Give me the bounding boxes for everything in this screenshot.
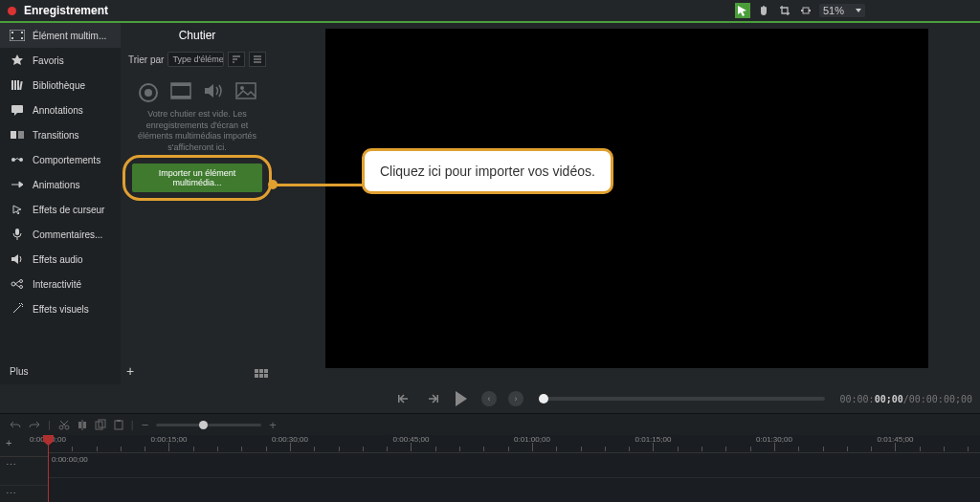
media-icon: [10, 30, 25, 41]
timeline-track[interactable]: [48, 478, 980, 502]
canvas[interactable]: [325, 29, 928, 368]
import-button-label: Importer un élément multimédia...: [159, 168, 236, 187]
svg-rect-33: [264, 374, 268, 378]
crop-tool-icon[interactable]: [777, 3, 792, 18]
zoom-value: 51%: [823, 5, 844, 16]
wand-icon: [10, 303, 25, 315]
sidebar-item-voice[interactable]: Commentaires...: [0, 222, 121, 247]
sidebar-item-transitions[interactable]: Transitions: [0, 122, 121, 147]
scrub-handle[interactable]: [539, 394, 548, 404]
sidebar-item-library[interactable]: Bibliothèque: [0, 73, 121, 98]
sidebar-item-label: Effets audio: [33, 254, 83, 265]
svg-rect-29: [259, 369, 263, 373]
track-menu-icon[interactable]: ⋯: [0, 457, 48, 486]
zoom-in-icon[interactable]: +: [269, 418, 277, 432]
copy-icon[interactable]: [95, 419, 106, 430]
sidebar-item-audio-effects[interactable]: Effets audio: [0, 247, 121, 272]
svg-rect-10: [17, 80, 19, 90]
sidebar-item-label: Interactivité: [33, 279, 81, 290]
hand-tool-icon[interactable]: [756, 3, 771, 18]
timeline-zoom-slider[interactable]: [156, 424, 261, 426]
timeline-track[interactable]: 0:00:00;00: [48, 453, 980, 478]
sidebar: Élément multim... Favoris Bibliothèque A…: [0, 23, 121, 384]
select-tool-icon[interactable]: [735, 3, 750, 18]
svg-point-18: [11, 282, 15, 286]
animations-icon: [10, 179, 25, 190]
undo-icon[interactable]: [10, 420, 21, 429]
chevron-down-icon: [856, 9, 861, 12]
step-forward-button[interactable]: ›: [508, 391, 523, 406]
svg-point-16: [19, 158, 23, 162]
sidebar-item-animations[interactable]: Animations: [0, 172, 121, 197]
svg-point-19: [20, 280, 23, 283]
record-icon[interactable]: [8, 7, 16, 15]
svg-rect-3: [10, 30, 25, 41]
svg-rect-24: [171, 83, 190, 86]
svg-rect-9: [14, 80, 16, 90]
sidebar-item-cursor-effects[interactable]: Effets de curseur: [0, 197, 121, 222]
svg-point-22: [145, 89, 152, 97]
sidebar-item-label: Animations: [33, 180, 79, 190]
svg-rect-38: [78, 422, 81, 428]
timeline-ruler[interactable]: 0:00:00;000:00:15;000:00:30;000:00:45;00…: [48, 435, 980, 453]
record-circle-icon: [138, 82, 159, 103]
behaviors-icon: [10, 154, 25, 165]
svg-rect-25: [171, 96, 190, 98]
next-frame-button[interactable]: [424, 390, 441, 407]
timeline: + ⋯ ⋯ 0:00:00;000:00:15;000:00:30;000:00…: [0, 435, 980, 502]
svg-rect-26: [236, 83, 256, 98]
sidebar-plus-label: Plus: [10, 366, 28, 377]
svg-rect-28: [255, 369, 258, 373]
svg-rect-42: [115, 421, 122, 429]
svg-rect-31: [255, 374, 258, 378]
split-icon[interactable]: [78, 419, 87, 430]
sidebar-item-interactivity[interactable]: Interactivité: [0, 272, 121, 296]
playhead[interactable]: [48, 435, 49, 502]
track-menu-icon[interactable]: ⋯: [0, 486, 48, 502]
paste-icon[interactable]: [114, 419, 123, 430]
svg-point-20: [20, 286, 23, 289]
scrub-bar[interactable]: [539, 397, 825, 401]
bin-grid-icon[interactable]: [255, 369, 268, 379]
library-icon: [10, 79, 25, 91]
app-title: Enregistrement: [24, 4, 108, 17]
film-icon: [170, 82, 191, 103]
sidebar-item-label: Effets de curseur: [33, 205, 104, 215]
sidebar-item-label: Comportements: [33, 155, 100, 165]
callout-connector: [274, 184, 365, 186]
step-back-button[interactable]: ‹: [481, 391, 497, 406]
sidebar-item-behaviors[interactable]: Comportements: [0, 147, 121, 172]
import-media-button[interactable]: Importer un élément multimédia...: [132, 164, 262, 192]
pan-tool-icon[interactable]: [798, 3, 813, 18]
prev-frame-button[interactable]: [395, 390, 412, 407]
zoom-level[interactable]: 51%: [819, 4, 865, 17]
sort-dropdown[interactable]: Type d'élément mult...: [167, 52, 224, 67]
timeline-toolbar: | | − +: [0, 413, 980, 435]
tutorial-callout: Cliquez ici pour importer vos vidéos.: [362, 148, 613, 194]
sidebar-item-label: Commentaires...: [33, 229, 102, 240]
cut-icon[interactable]: [58, 419, 70, 430]
bin-add-icon[interactable]: +: [126, 363, 134, 379]
timecode-display: 00:00:00;00/00:00:00;00: [840, 394, 972, 404]
view-toggle-list-icon[interactable]: [249, 52, 266, 67]
playback-bar: ‹ › 00:00:00;00/00:00:00;00: [0, 384, 980, 413]
svg-rect-2: [809, 10, 811, 11]
sidebar-item-favorites[interactable]: Favoris: [0, 48, 121, 73]
sidebar-item-media[interactable]: Élément multim...: [0, 23, 121, 48]
microphone-icon: [10, 229, 25, 240]
sidebar-item-annotations[interactable]: Annotations: [0, 98, 121, 122]
view-toggle-asc-icon[interactable]: [228, 52, 245, 67]
bin-empty-text: Votre chutier est vide. Les enregistreme…: [121, 109, 274, 154]
sidebar-plus[interactable]: Plus: [0, 359, 121, 384]
svg-rect-13: [11, 131, 16, 139]
svg-rect-4: [11, 32, 13, 33]
cursor-effects-icon: [10, 204, 25, 215]
svg-rect-43: [117, 420, 121, 422]
image-icon: [235, 82, 256, 103]
sidebar-item-visual-effects[interactable]: Effets visuels: [0, 296, 121, 321]
svg-rect-34: [398, 395, 400, 403]
sidebar-item-label: Effets visuels: [33, 304, 89, 315]
play-button[interactable]: [453, 390, 470, 407]
zoom-out-icon[interactable]: −: [142, 418, 149, 432]
redo-icon[interactable]: [29, 420, 40, 429]
